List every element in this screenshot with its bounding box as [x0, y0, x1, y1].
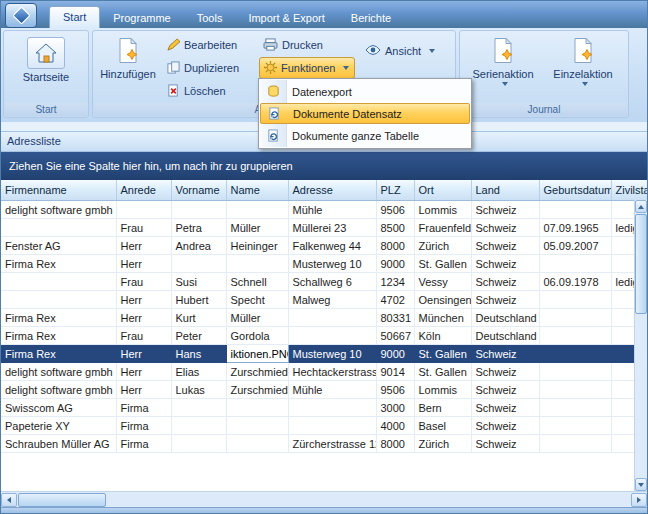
export-icon	[260, 85, 286, 98]
table-cell: Firma Rex	[1, 327, 116, 345]
document-arrow-icon	[260, 129, 286, 142]
scroll-up-button[interactable]	[635, 200, 647, 213]
table-cell: Hechtackerstrasse 43	[288, 363, 376, 381]
table-cell: Frau	[116, 219, 171, 237]
table-cell: 05.09.2007	[539, 237, 611, 255]
horizontal-scrollbar[interactable]	[1, 491, 647, 507]
address-grid: FirmennameAnredeVornameNameAdressePLZOrt…	[1, 180, 647, 491]
startseite-label: Startseite	[23, 71, 69, 83]
column-header[interactable]: PLZ	[376, 180, 414, 201]
column-header[interactable]: Vorname	[171, 180, 226, 201]
scroll-right-button[interactable]	[631, 493, 647, 507]
table-cell: Fenster AG	[1, 237, 116, 255]
scroll-left-button[interactable]	[1, 493, 17, 507]
table-row[interactable]: Firma RexFrauPeterGordola50667KölnDeutsc…	[1, 327, 647, 345]
table-cell: Herr	[116, 363, 171, 381]
table-row[interactable]: delight software gmbhHerrLukasZurschmied…	[1, 381, 647, 399]
table-cell: Zürich	[414, 435, 471, 453]
bearbeiten-button[interactable]: Bearbeiten	[163, 34, 255, 56]
table-cell: Specht	[226, 291, 288, 309]
table-row[interactable]: Swisscom AGFirma3000BernSchweiz	[1, 399, 647, 417]
table-cell: delight software gmbh	[1, 201, 116, 219]
vertical-scrollbar[interactable]	[634, 200, 647, 491]
table-cell: Mühle	[288, 381, 376, 399]
table-cell: delight software gmbh	[1, 381, 116, 399]
table-cell: Herr	[116, 381, 171, 399]
table-cell: Hans	[171, 345, 226, 363]
table-cell: Müllerei 23	[288, 219, 376, 237]
table-cell	[1, 219, 116, 237]
table-cell	[171, 255, 226, 273]
funktionen-button[interactable]: Funktionen	[259, 57, 355, 79]
column-header[interactable]: Firmenname	[1, 180, 116, 201]
app-menu-button[interactable]	[5, 3, 37, 28]
table-cell: Zurschmiede	[226, 363, 288, 381]
table-cell: St. Gallen	[414, 255, 471, 273]
menu-item[interactable]: Dokumente ganze Tabelle	[260, 124, 470, 147]
table-row[interactable]: delight software gmbhMühle9506LommisSchw…	[1, 201, 647, 219]
table-cell	[288, 327, 376, 345]
column-header[interactable]: Adresse	[288, 180, 376, 201]
menu-item-label: Datenexport	[286, 86, 352, 98]
scroll-down-button[interactable]	[635, 478, 647, 491]
column-header[interactable]: Name	[226, 180, 288, 201]
hinzufuegen-button[interactable]: Hinzufügen	[97, 33, 159, 107]
single-action-icon	[572, 37, 594, 66]
table-cell: Zurschmiede	[226, 381, 288, 399]
table-row[interactable]: FrauPetraMüllerMüllerei 238500Frauenfeld…	[1, 219, 647, 237]
table-row[interactable]: Firma RexHerrHansiktionen.PNGMusterweg 1…	[1, 345, 647, 363]
table-row[interactable]: FrauSusiSchnellSchallweg 61234VessySchwe…	[1, 273, 647, 291]
table-cell: Schweiz	[471, 381, 539, 399]
serienaktion-button[interactable]: Serienaktion	[466, 33, 540, 107]
table-cell: delight software gmbh	[1, 363, 116, 381]
menu-item-label: Dokumente ganze Tabelle	[286, 130, 419, 142]
groupby-drop-zone[interactable]: Ziehen Sie eine Spalte hier hin, um nach…	[1, 152, 647, 180]
table-row[interactable]: Schrauben Müller AGFirmaZürcherstrasse 1…	[1, 435, 647, 453]
column-header[interactable]: Geburtsdatum	[539, 180, 611, 201]
ribbon-tab[interactable]: Start	[49, 6, 100, 28]
table-cell: 9506	[376, 381, 414, 399]
table-row[interactable]: Firma RexHerrKurtMüller80331MünchenDeuts…	[1, 309, 647, 327]
triangle-up-icon	[638, 205, 644, 209]
drucken-button[interactable]: Drucken	[259, 34, 355, 56]
ribbon-tab[interactable]: Programme	[100, 8, 183, 28]
table-cell	[226, 255, 288, 273]
table-cell: 50667	[376, 327, 414, 345]
horizontal-scroll-thumb[interactable]	[18, 493, 106, 507]
table-cell: Deutschland	[471, 309, 539, 327]
table-cell: Lukas	[171, 381, 226, 399]
triangle-right-icon	[637, 497, 641, 503]
column-header[interactable]: Ort	[414, 180, 471, 201]
loeschen-button[interactable]: Löschen	[163, 80, 255, 102]
table-cell: Swisscom AG	[1, 399, 116, 417]
table-cell	[1, 291, 116, 309]
vertical-scroll-thumb[interactable]	[635, 214, 647, 314]
table-row[interactable]: Fenster AGHerrAndreaHeiningerFalkenweg 4…	[1, 237, 647, 255]
column-header[interactable]: Anrede	[116, 180, 171, 201]
table-row[interactable]: HerrHubertSpechtMalweg4702OensingenSchwe…	[1, 291, 647, 309]
menu-item[interactable]: Dokumente Datensatz	[260, 103, 470, 124]
triangle-left-icon	[7, 497, 11, 503]
table-cell: Bern	[414, 399, 471, 417]
ribbon-tab[interactable]: Berichte	[338, 8, 404, 28]
column-header[interactable]: Zivilsta	[611, 180, 647, 201]
ribbon-tab[interactable]: Tools	[184, 8, 236, 28]
column-header[interactable]: Land	[471, 180, 539, 201]
table-row[interactable]: Firma RexHerrMusterweg 109000St. GallenS…	[1, 255, 647, 273]
einzelaktion-button[interactable]: Einzelaktion	[544, 33, 622, 107]
table-cell: Müller	[226, 309, 288, 327]
startseite-button[interactable]: Startseite	[12, 33, 80, 105]
table-cell: Herr	[116, 309, 171, 327]
duplizieren-button[interactable]: Duplizieren	[163, 57, 255, 79]
table-cell: Schrauben Müller AG	[1, 435, 116, 453]
table-cell	[226, 435, 288, 453]
table-cell: Herr	[116, 291, 171, 309]
table-cell	[116, 201, 171, 219]
tab-label: Import & Export	[248, 12, 324, 24]
menu-item[interactable]: Datenexport	[260, 80, 470, 103]
ribbon-tab[interactable]: Import & Export	[235, 8, 337, 28]
table-cell: Schnell	[226, 273, 288, 291]
table-row[interactable]: delight software gmbhHerrEliasZurschmied…	[1, 363, 647, 381]
ansicht-button[interactable]: Ansicht	[361, 39, 451, 63]
table-row[interactable]: Papeterie XYFirma4000BaselSchweiz	[1, 417, 647, 435]
